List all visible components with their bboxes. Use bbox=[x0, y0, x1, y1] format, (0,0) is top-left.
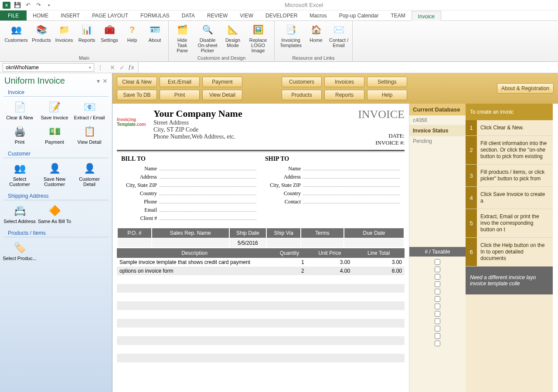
tp-save-invoice[interactable]: 📝Save Invoice bbox=[37, 98, 71, 122]
taxable-check[interactable] bbox=[435, 333, 440, 339]
cell-due[interactable] bbox=[344, 238, 404, 248]
ribbon-disable-picker[interactable]: 🔍Disable On-sheet Picker bbox=[194, 22, 221, 55]
tab-developer[interactable]: DEVELOPER bbox=[259, 10, 303, 20]
taxable-check[interactable] bbox=[435, 296, 440, 302]
btn-print[interactable]: Print bbox=[160, 90, 200, 100]
name-box[interactable]: oknWhoName▾ bbox=[3, 63, 94, 72]
btn-help[interactable]: Help bbox=[367, 90, 407, 100]
save-icon[interactable]: 💾 bbox=[14, 2, 21, 9]
ship-csz-input[interactable] bbox=[303, 182, 400, 187]
bill-country-input[interactable] bbox=[160, 190, 256, 195]
taxable-check[interactable] bbox=[435, 341, 440, 346]
btn-customers[interactable]: Customers bbox=[282, 77, 322, 87]
bill-email-input[interactable] bbox=[160, 206, 256, 212]
cell-shipdate[interactable]: 5/5/2016 bbox=[229, 238, 267, 248]
btn-products[interactable]: Products bbox=[282, 90, 322, 100]
tab-macros[interactable]: Macros bbox=[303, 10, 333, 20]
taxable-check[interactable] bbox=[435, 259, 440, 265]
cell-po[interactable] bbox=[117, 238, 152, 248]
tab-invoice[interactable]: Invoice bbox=[412, 11, 441, 21]
bill-address-input[interactable] bbox=[160, 173, 256, 179]
tp-payment[interactable]: 💵Payment bbox=[37, 123, 71, 146]
item-desc[interactable]: options on invoice form bbox=[117, 267, 272, 275]
btn-save-db[interactable]: Save To DB bbox=[117, 90, 157, 100]
tab-popup[interactable]: Pop-up Calendar bbox=[333, 10, 385, 20]
btn-reports[interactable]: Reports bbox=[324, 90, 364, 100]
company-citystate[interactable]: City, ST ZIP Code bbox=[153, 126, 326, 133]
tp-clear-new[interactable]: 📄Clear & New bbox=[3, 98, 37, 122]
ribbon-reports[interactable]: 📊Reports bbox=[76, 22, 98, 55]
formula-input[interactable] bbox=[138, 62, 558, 73]
ribbon-invoices[interactable]: 📁Invoices bbox=[53, 22, 75, 55]
tab-data[interactable]: DATA bbox=[176, 10, 201, 20]
taxable-check[interactable] bbox=[435, 304, 440, 309]
ribbon-replace-logo[interactable]: 🖼️Replace LOGO Image bbox=[245, 22, 272, 55]
ribbon-customers[interactable]: 👥Customers bbox=[3, 22, 30, 55]
item-desc[interactable]: Sample invoice template that shows credi… bbox=[117, 258, 272, 267]
ribbon-hide-pane[interactable]: 🗂️Hide Task Pane bbox=[171, 22, 193, 55]
tab-formulas[interactable]: FORMULAS bbox=[134, 10, 176, 20]
bill-client-input[interactable] bbox=[160, 215, 256, 220]
chevron-down-icon[interactable]: ▾ bbox=[89, 65, 91, 70]
pane-close-icon[interactable]: ✕ bbox=[102, 78, 108, 84]
company-name[interactable]: Your Company Name bbox=[153, 108, 326, 119]
tab-view[interactable]: VIEW bbox=[234, 10, 259, 20]
tp-same-as-billto[interactable]: 🔶Same As Bill To bbox=[37, 202, 71, 226]
btn-invoices[interactable]: Invoices bbox=[324, 77, 364, 87]
btn-about-registration[interactable]: About & Registration bbox=[497, 83, 554, 94]
taxable-check[interactable] bbox=[435, 318, 440, 324]
tp-view-detail[interactable]: 📋View Detail bbox=[72, 123, 106, 146]
company-street[interactable]: Street Address bbox=[153, 119, 326, 126]
ribbon-help[interactable]: ?Help bbox=[121, 22, 143, 55]
cancel-icon[interactable]: ✕ bbox=[110, 64, 115, 71]
taxable-check[interactable] bbox=[435, 326, 440, 331]
tab-file[interactable]: FILE bbox=[0, 10, 27, 20]
tp-new-customer[interactable]: 👤Save New Customer bbox=[37, 160, 71, 189]
ribbon-about[interactable]: 🪪About bbox=[144, 22, 166, 55]
bill-csz-input[interactable] bbox=[160, 182, 256, 187]
btn-ext-email[interactable]: Ext./Email bbox=[160, 77, 200, 87]
ship-address-input[interactable] bbox=[303, 173, 400, 179]
cell-rep[interactable] bbox=[152, 238, 229, 248]
ribbon-design-mode[interactable]: 📐Design Mode bbox=[222, 22, 244, 55]
pane-menu-icon[interactable]: ▾ bbox=[97, 78, 100, 84]
taxable-check[interactable] bbox=[435, 267, 440, 272]
confirm-icon[interactable]: ✓ bbox=[119, 64, 125, 71]
ship-country-input[interactable] bbox=[303, 190, 400, 195]
ship-name-input[interactable] bbox=[303, 165, 400, 170]
ship-contact-input[interactable] bbox=[303, 198, 400, 203]
tab-insert[interactable]: INSERT bbox=[54, 10, 86, 20]
tab-pagelayout[interactable]: PAGE LAYOUT bbox=[86, 10, 134, 20]
company-contact[interactable]: Phone Number,Web Address, etc. bbox=[153, 133, 326, 140]
tp-extract-email[interactable]: 📧Extract / Email bbox=[72, 98, 106, 122]
tp-select-customer[interactable]: 👥Select Customer bbox=[3, 160, 37, 189]
item-price[interactable]: 3.00 bbox=[307, 258, 353, 267]
ribbon-templates[interactable]: 📑Invoicing Templates bbox=[277, 22, 304, 55]
item-total[interactable]: 8.00 bbox=[353, 267, 405, 275]
taxable-check[interactable] bbox=[435, 289, 440, 294]
tp-select-address[interactable]: 📇Select Address bbox=[3, 202, 37, 226]
redo-icon[interactable]: ↷ bbox=[35, 2, 42, 9]
tp-customer-detail[interactable]: 👤Customer Detail bbox=[72, 160, 106, 189]
tab-home[interactable]: HOME bbox=[27, 10, 54, 20]
taxable-check[interactable] bbox=[435, 311, 440, 317]
item-qty[interactable]: 1 bbox=[272, 258, 306, 267]
btn-settings[interactable]: Settings bbox=[367, 77, 407, 87]
undo-icon[interactable]: ↶ bbox=[24, 2, 31, 9]
taxable-check[interactable] bbox=[435, 281, 440, 287]
bill-phone-input[interactable] bbox=[160, 198, 256, 203]
item-total[interactable]: 3.00 bbox=[353, 258, 405, 267]
taxable-check[interactable] bbox=[435, 274, 440, 280]
fx-icon[interactable]: ƒx bbox=[128, 64, 138, 71]
qat-dropdown-icon[interactable]: ▾ bbox=[45, 2, 52, 9]
btn-clear-new[interactable]: Clear & New bbox=[117, 77, 157, 87]
ribbon-home[interactable]: 🏠Home bbox=[305, 22, 327, 55]
cell-shipvia[interactable] bbox=[266, 238, 301, 248]
tp-select-product[interactable]: 🏷️Select Produc... bbox=[3, 239, 37, 263]
ribbon-settings[interactable]: 🧰Settings bbox=[99, 22, 120, 55]
btn-payment[interactable]: Payment bbox=[202, 77, 242, 87]
ribbon-products[interactable]: 📚Products bbox=[31, 22, 52, 55]
tab-review[interactable]: REVIEW bbox=[201, 10, 234, 20]
cell-terms[interactable] bbox=[301, 238, 344, 248]
ribbon-contact[interactable]: ✉️Contact / Email bbox=[328, 22, 350, 55]
